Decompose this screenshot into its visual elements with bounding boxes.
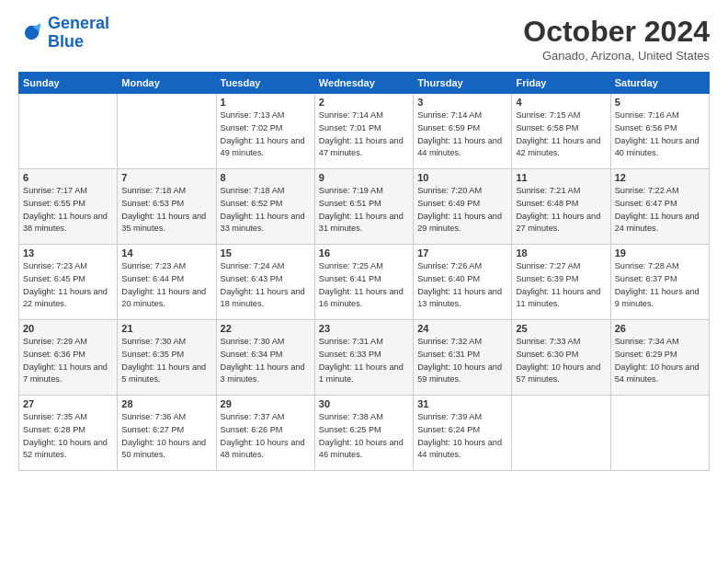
calendar-cell: 9Sunrise: 7:19 AM Sunset: 6:51 PM Daylig… — [314, 169, 413, 245]
calendar-cell: 4Sunrise: 7:15 AM Sunset: 6:58 PM Daylig… — [512, 94, 610, 169]
day-number: 7 — [121, 172, 211, 183]
day-number: 20 — [23, 323, 113, 334]
month-title: October 2024 — [523, 15, 710, 49]
day-number: 15 — [221, 247, 311, 259]
calendar-cell: 26Sunrise: 7:34 AM Sunset: 6:29 PM Dayli… — [610, 320, 709, 396]
day-number: 22 — [221, 323, 311, 334]
calendar-cell: 27Sunrise: 7:35 AM Sunset: 6:28 PM Dayli… — [19, 396, 118, 471]
day-number: 2 — [319, 97, 409, 108]
header-cell-thursday: Thursday — [414, 73, 512, 94]
day-number: 4 — [516, 97, 606, 108]
day-info: Sunrise: 7:17 AM Sunset: 6:55 PM Dayligh… — [23, 185, 113, 236]
day-number: 12 — [615, 172, 705, 183]
logo-line2: Blue — [48, 32, 84, 51]
calendar-table: SundayMondayTuesdayWednesdayThursdayFrid… — [18, 72, 710, 471]
day-info: Sunrise: 7:21 AM Sunset: 6:48 PM Dayligh… — [516, 185, 606, 236]
calendar-cell: 31Sunrise: 7:39 AM Sunset: 6:24 PM Dayli… — [414, 396, 512, 471]
calendar-cell: 2Sunrise: 7:14 AM Sunset: 7:01 PM Daylig… — [314, 94, 413, 169]
calendar-cell: 8Sunrise: 7:18 AM Sunset: 6:52 PM Daylig… — [216, 169, 314, 245]
day-info: Sunrise: 7:30 AM Sunset: 6:35 PM Dayligh… — [121, 336, 211, 386]
header-cell-tuesday: Tuesday — [216, 73, 314, 94]
calendar-cell: 20Sunrise: 7:29 AM Sunset: 6:36 PM Dayli… — [19, 320, 118, 396]
day-number: 25 — [516, 323, 606, 334]
week-row-0: 1Sunrise: 7:13 AM Sunset: 7:02 PM Daylig… — [19, 94, 710, 169]
calendar-cell: 28Sunrise: 7:36 AM Sunset: 6:27 PM Dayli… — [118, 396, 216, 471]
day-number: 21 — [121, 323, 211, 334]
day-info: Sunrise: 7:14 AM Sunset: 7:01 PM Dayligh… — [319, 109, 409, 160]
day-number: 19 — [615, 247, 705, 259]
day-number: 30 — [319, 398, 409, 409]
calendar-cell: 15Sunrise: 7:24 AM Sunset: 6:43 PM Dayli… — [216, 245, 314, 320]
calendar-cell: 12Sunrise: 7:22 AM Sunset: 6:47 PM Dayli… — [610, 169, 709, 245]
day-number: 11 — [516, 172, 606, 183]
calendar-cell: 17Sunrise: 7:26 AM Sunset: 6:40 PM Dayli… — [414, 245, 512, 320]
title-block: October 2024 Ganado, Arizona, United Sta… — [523, 15, 710, 63]
calendar-cell: 22Sunrise: 7:30 AM Sunset: 6:34 PM Dayli… — [216, 320, 314, 396]
calendar-cell: 5Sunrise: 7:16 AM Sunset: 6:56 PM Daylig… — [610, 94, 709, 169]
calendar-cell: 29Sunrise: 7:37 AM Sunset: 6:26 PM Dayli… — [216, 396, 314, 471]
day-info: Sunrise: 7:37 AM Sunset: 6:26 PM Dayligh… — [221, 411, 311, 462]
day-info: Sunrise: 7:29 AM Sunset: 6:36 PM Dayligh… — [23, 336, 113, 386]
calendar-cell — [610, 396, 709, 471]
calendar-cell: 13Sunrise: 7:23 AM Sunset: 6:45 PM Dayli… — [19, 245, 118, 320]
day-number: 10 — [417, 172, 507, 183]
day-info: Sunrise: 7:25 AM Sunset: 6:41 PM Dayligh… — [319, 260, 409, 311]
week-row-1: 6Sunrise: 7:17 AM Sunset: 6:55 PM Daylig… — [19, 169, 710, 245]
day-number: 23 — [319, 323, 409, 334]
day-info: Sunrise: 7:34 AM Sunset: 6:29 PM Dayligh… — [615, 336, 705, 386]
calendar-cell: 7Sunrise: 7:18 AM Sunset: 6:53 PM Daylig… — [118, 169, 216, 245]
day-info: Sunrise: 7:30 AM Sunset: 6:34 PM Dayligh… — [221, 336, 311, 386]
calendar-cell: 24Sunrise: 7:32 AM Sunset: 6:31 PM Dayli… — [414, 320, 512, 396]
calendar-cell: 14Sunrise: 7:23 AM Sunset: 6:44 PM Dayli… — [118, 245, 216, 320]
day-number: 14 — [121, 247, 211, 259]
day-info: Sunrise: 7:18 AM Sunset: 6:53 PM Dayligh… — [121, 185, 211, 236]
calendar-cell: 21Sunrise: 7:30 AM Sunset: 6:35 PM Dayli… — [118, 320, 216, 396]
day-number: 24 — [417, 323, 507, 334]
calendar-cell — [19, 94, 118, 169]
week-row-4: 27Sunrise: 7:35 AM Sunset: 6:28 PM Dayli… — [19, 396, 710, 471]
day-info: Sunrise: 7:38 AM Sunset: 6:25 PM Dayligh… — [319, 411, 409, 462]
logo-icon — [18, 20, 44, 46]
calendar-header: SundayMondayTuesdayWednesdayThursdayFrid… — [19, 73, 710, 94]
day-number: 29 — [221, 398, 311, 409]
day-info: Sunrise: 7:26 AM Sunset: 6:40 PM Dayligh… — [417, 260, 507, 311]
day-number: 28 — [121, 398, 211, 409]
header-cell-monday: Monday — [118, 73, 216, 94]
calendar-body: 1Sunrise: 7:13 AM Sunset: 7:02 PM Daylig… — [19, 94, 710, 471]
day-info: Sunrise: 7:15 AM Sunset: 6:58 PM Dayligh… — [516, 109, 606, 160]
day-info: Sunrise: 7:35 AM Sunset: 6:28 PM Dayligh… — [23, 411, 113, 462]
day-info: Sunrise: 7:31 AM Sunset: 6:33 PM Dayligh… — [319, 336, 409, 386]
page: General Blue October 2024 Ganado, Arizon… — [0, 0, 728, 480]
day-info: Sunrise: 7:16 AM Sunset: 6:56 PM Dayligh… — [615, 109, 705, 160]
calendar-cell: 23Sunrise: 7:31 AM Sunset: 6:33 PM Dayli… — [314, 320, 413, 396]
calendar-cell: 25Sunrise: 7:33 AM Sunset: 6:30 PM Dayli… — [512, 320, 610, 396]
header-cell-sunday: Sunday — [19, 73, 118, 94]
day-info: Sunrise: 7:24 AM Sunset: 6:43 PM Dayligh… — [221, 260, 311, 311]
calendar-cell: 6Sunrise: 7:17 AM Sunset: 6:55 PM Daylig… — [19, 169, 118, 245]
day-number: 8 — [221, 172, 311, 183]
day-number: 31 — [417, 398, 507, 409]
day-info: Sunrise: 7:18 AM Sunset: 6:52 PM Dayligh… — [221, 185, 311, 236]
day-number: 3 — [417, 97, 507, 108]
day-info: Sunrise: 7:13 AM Sunset: 7:02 PM Dayligh… — [221, 109, 311, 160]
calendar-cell: 18Sunrise: 7:27 AM Sunset: 6:39 PM Dayli… — [512, 245, 610, 320]
header-cell-friday: Friday — [512, 73, 610, 94]
header: General Blue October 2024 Ganado, Arizon… — [18, 15, 710, 63]
day-number: 18 — [516, 247, 606, 259]
day-info: Sunrise: 7:23 AM Sunset: 6:45 PM Dayligh… — [23, 260, 113, 311]
day-info: Sunrise: 7:28 AM Sunset: 6:37 PM Dayligh… — [615, 260, 705, 311]
week-row-3: 20Sunrise: 7:29 AM Sunset: 6:36 PM Dayli… — [19, 320, 710, 396]
calendar-cell: 1Sunrise: 7:13 AM Sunset: 7:02 PM Daylig… — [216, 94, 314, 169]
calendar-cell: 11Sunrise: 7:21 AM Sunset: 6:48 PM Dayli… — [512, 169, 610, 245]
day-number: 6 — [23, 172, 113, 183]
day-info: Sunrise: 7:20 AM Sunset: 6:49 PM Dayligh… — [417, 185, 507, 236]
logo-text: General Blue — [48, 15, 109, 52]
calendar-cell: 16Sunrise: 7:25 AM Sunset: 6:41 PM Dayli… — [314, 245, 413, 320]
day-info: Sunrise: 7:33 AM Sunset: 6:30 PM Dayligh… — [516, 336, 606, 386]
calendar-cell: 3Sunrise: 7:14 AM Sunset: 6:59 PM Daylig… — [414, 94, 512, 169]
header-cell-wednesday: Wednesday — [314, 73, 413, 94]
calendar-cell — [512, 396, 610, 471]
header-cell-saturday: Saturday — [610, 73, 709, 94]
day-info: Sunrise: 7:19 AM Sunset: 6:51 PM Dayligh… — [319, 185, 409, 236]
day-info: Sunrise: 7:39 AM Sunset: 6:24 PM Dayligh… — [417, 411, 507, 462]
